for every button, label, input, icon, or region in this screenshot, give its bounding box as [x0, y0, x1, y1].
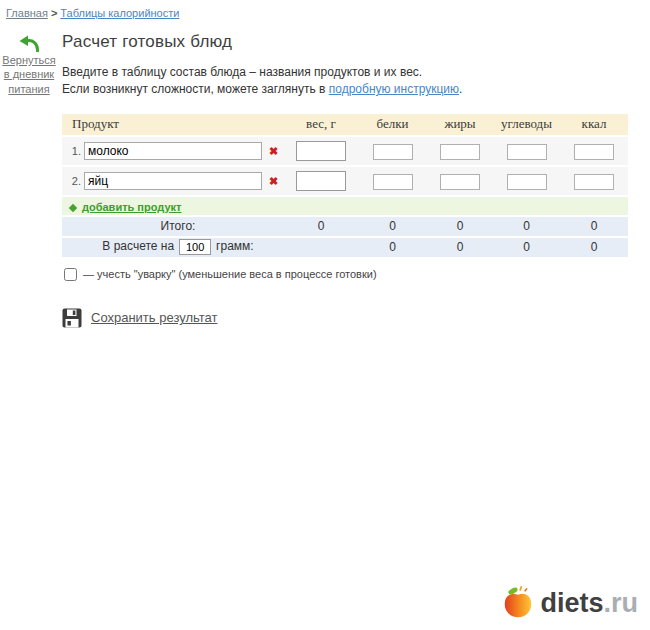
- per-carbs: 0: [493, 238, 560, 257]
- totals-weight: 0: [284, 217, 358, 236]
- row-number: 1.: [72, 145, 81, 157]
- back-arrow-icon[interactable]: [18, 35, 40, 52]
- back-panel: Вернутьсяв дневникпитания: [0, 32, 58, 328]
- logo-name: diets: [540, 588, 603, 618]
- content-row: Вернутьсяв дневникпитания Расчет готовых…: [0, 32, 650, 328]
- diets-ru-logo[interactable]: diets.ru: [500, 585, 638, 621]
- table-header-row: Продукт вес, г белки жиры углеводы ккал: [62, 114, 628, 135]
- delete-row-icon-1[interactable]: ✖: [269, 145, 278, 157]
- intro-line2-prefix: Если возникнут сложности, можете загляну…: [62, 82, 329, 96]
- add-product-link[interactable]: добавить продукт: [82, 201, 181, 213]
- per-amount-input[interactable]: [179, 239, 211, 255]
- totals-fat: 0: [427, 217, 493, 236]
- breadcrumb: Главная>Таблицы калорийности: [0, 0, 650, 19]
- product-name-input-1[interactable]: [84, 142, 262, 160]
- weight-input-1[interactable]: [296, 141, 346, 161]
- kcal-input-2[interactable]: [574, 174, 614, 190]
- page: Главная>Таблицы калорийности Вернутьсяв …: [0, 0, 650, 630]
- breadcrumb-section-link[interactable]: Таблицы калорийности: [60, 7, 179, 19]
- header-fat: жиры: [427, 114, 493, 135]
- protein-input-1[interactable]: [373, 144, 413, 160]
- ingredient-row-2: 2.✖: [62, 167, 628, 195]
- apple-logo-icon: [500, 585, 536, 621]
- row-number: 2.: [72, 175, 81, 187]
- per-amount-suffix: грамм:: [216, 239, 254, 253]
- logo-tld: .ru: [603, 588, 638, 618]
- protein-input-2[interactable]: [373, 174, 413, 190]
- totals-label: Итого:: [62, 217, 284, 236]
- header-weight: вес, г: [284, 114, 358, 135]
- per-kcal: 0: [560, 238, 628, 257]
- per-protein: 0: [358, 238, 427, 257]
- page-title: Расчет готовых блюд: [62, 32, 628, 52]
- header-product: Продукт: [62, 114, 284, 135]
- add-product-row: добавить продукт: [62, 197, 628, 215]
- main-content: Расчет готовых блюд Введите в таблицу со…: [62, 32, 628, 328]
- fat-input-2[interactable]: [440, 174, 480, 190]
- totals-protein: 0: [358, 217, 427, 236]
- ingredients-table: Продукт вес, г белки жиры углеводы ккал …: [62, 112, 628, 259]
- totals-carbs: 0: [493, 217, 560, 236]
- per-amount-row: В расчете награмм: 0 0 0 0: [62, 238, 628, 257]
- breadcrumb-separator: >: [51, 7, 57, 19]
- per-amount-prefix: В расчете на: [102, 239, 174, 253]
- uvarka-label: — учесть "уварку" (уменьшение веса в про…: [83, 268, 377, 280]
- fat-input-1[interactable]: [440, 144, 480, 160]
- save-row: Сохранить результат: [62, 308, 628, 328]
- totals-row: Итого: 0 0 0 0 0: [62, 217, 628, 236]
- detailed-instruction-link[interactable]: подробную инструкцию: [329, 82, 459, 96]
- add-product-icon: [69, 204, 77, 212]
- uvarka-option: — учесть "уварку" (уменьшение веса в про…: [62, 268, 628, 281]
- save-result-link[interactable]: Сохранить результат: [91, 310, 217, 325]
- weight-input-2[interactable]: [296, 171, 346, 191]
- ingredient-row-1: 1.✖: [62, 137, 628, 165]
- intro-line1: Введите в таблицу состав блюда – названи…: [62, 65, 422, 79]
- carbs-input-1[interactable]: [507, 144, 547, 160]
- header-kcal: ккал: [560, 114, 628, 135]
- per-fat: 0: [427, 238, 493, 257]
- delete-row-icon-2[interactable]: ✖: [269, 175, 278, 187]
- uvarka-checkbox[interactable]: [64, 268, 77, 281]
- per-weight-empty: [284, 238, 358, 257]
- save-floppy-icon[interactable]: [62, 308, 82, 328]
- header-protein: белки: [358, 114, 427, 135]
- totals-kcal: 0: [560, 217, 628, 236]
- intro-line2-suffix: .: [459, 82, 462, 96]
- kcal-input-1[interactable]: [574, 144, 614, 160]
- back-to-diary-link[interactable]: Вернутьсяв дневникпитания: [0, 53, 58, 96]
- carbs-input-2[interactable]: [507, 174, 547, 190]
- header-carbs: углеводы: [493, 114, 560, 135]
- product-name-input-2[interactable]: [84, 172, 262, 190]
- intro-text: Введите в таблицу состав блюда – названи…: [62, 64, 628, 99]
- breadcrumb-home-link[interactable]: Главная: [6, 7, 48, 19]
